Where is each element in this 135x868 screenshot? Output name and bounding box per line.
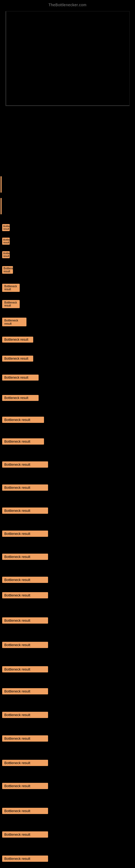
- bottleneck-item-4: Bottleneck result: [1, 265, 14, 275]
- bottleneck-item-27: Bottleneck result: [1, 758, 49, 768]
- bottleneck-item-31: Bottleneck result: [1, 854, 49, 863]
- bottleneck-item-16: Bottleneck result: [1, 506, 49, 516]
- bottleneck-item-24: Bottleneck result: [1, 686, 49, 696]
- bottleneck-item-21: Bottleneck result: [1, 616, 49, 625]
- bottleneck-item-25: Bottleneck result: [1, 710, 49, 720]
- bottleneck-item-8: Bottleneck result: [1, 335, 34, 344]
- bottleneck-item-12: Bottleneck result: [1, 415, 45, 425]
- bottleneck-item-9: Bottleneck result: [1, 354, 34, 363]
- bottleneck-item-18: Bottleneck result: [1, 552, 49, 561]
- bottleneck-item-5: Bottleneck result: [1, 282, 21, 293]
- bottleneck-item-17: Bottleneck result: [1, 529, 49, 538]
- bottleneck-item-22: Bottleneck result: [1, 640, 49, 650]
- bottleneck-item-7: Bottleneck result: [1, 316, 28, 328]
- bottleneck-item-28: Bottleneck result: [1, 781, 49, 791]
- bottleneck-item-19: Bottleneck result: [1, 575, 49, 585]
- bottleneck-item-3: Bottleneck result: [1, 250, 11, 260]
- bottleneck-item-6: Bottleneck result: [1, 299, 21, 310]
- bottleneck-item-14: Bottleneck result: [1, 460, 49, 469]
- bottleneck-item-15: Bottleneck result: [1, 483, 49, 492]
- bottleneck-item-26: Bottleneck result: [1, 734, 49, 743]
- site-title: TheBottlenecker.com: [0, 0, 135, 8]
- bottleneck-item-29: Bottleneck result: [1, 806, 49, 816]
- bottleneck-item-30: Bottleneck result: [1, 830, 49, 839]
- bottleneck-item-10: Bottleneck result: [1, 373, 40, 382]
- bottleneck-item-1: Bottleneck result: [1, 222, 11, 233]
- chart-area: [5, 11, 130, 106]
- bottleneck-item-11: Bottleneck result: [1, 393, 40, 403]
- bottleneck-item-20: Bottleneck result: [1, 590, 49, 600]
- bottleneck-item-23: Bottleneck result: [1, 664, 49, 674]
- bottleneck-item-2: Bottleneck result: [1, 236, 11, 246]
- bottleneck-item-13: Bottleneck result: [1, 437, 45, 446]
